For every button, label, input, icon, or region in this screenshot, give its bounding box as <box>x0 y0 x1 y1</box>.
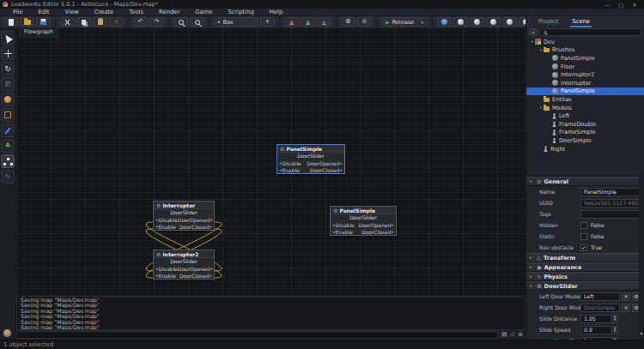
add-primitive-button[interactable]: + <box>260 17 275 27</box>
output-port-doorclosed[interactable]: DoorClosed▸ <box>361 229 394 235</box>
tree-item-right[interactable]: Right <box>526 145 644 153</box>
checkbox[interactable] <box>580 222 587 229</box>
render-mode-button-3[interactable] <box>470 17 484 27</box>
checkbox[interactable]: ✓ <box>580 244 587 251</box>
select-tool[interactable] <box>1 31 15 45</box>
output-port-doorclosed[interactable]: DoorClosed▸ <box>179 273 212 279</box>
open-button[interactable] <box>20 17 34 27</box>
input-port-disable[interactable]: ◂Disable <box>332 222 355 228</box>
vegetation-tool[interactable]: ♣ <box>1 139 15 153</box>
undo-button[interactable]: ↶ <box>133 17 148 27</box>
copy-button[interactable] <box>76 17 91 27</box>
output-port-doorclosed[interactable]: DoorClosed▸ <box>179 224 212 230</box>
flow-node-interruptor-1[interactable]: ⚙InterruptorDoorSlider◂DisableDoorOpened… <box>153 201 215 231</box>
zoom-in-button[interactable] <box>173 17 188 27</box>
search-input[interactable] <box>539 28 641 36</box>
number-field[interactable]: 2.0▲▼ <box>580 337 618 340</box>
menu-create[interactable]: Create <box>87 9 122 16</box>
flowgraph-tool[interactable] <box>1 154 15 168</box>
move-tool[interactable] <box>1 46 15 60</box>
flow-node-panelsimple-0[interactable]: ⚙PanelSimpleDoorSlider◂DisableDoorOpened… <box>276 144 345 174</box>
minimize-button[interactable]: — <box>600 0 614 9</box>
prop-value-field[interactable] <box>580 210 641 219</box>
tree-item-dev[interactable]: ▾Dev <box>526 38 644 46</box>
menu-file[interactable]: File <box>5 9 30 16</box>
clear-asset-button[interactable]: ✕ <box>622 304 630 312</box>
flow-node-panelsimple-3[interactable]: ⚙PanelSimpleDoorSlider◂DisableDoorOpened… <box>330 206 397 236</box>
output-port-dooropened[interactable]: DoorOpened▸ <box>359 222 394 228</box>
rotate-tool[interactable]: ↻ <box>1 62 15 75</box>
flowgraph-canvas[interactable]: Flowgraph ⚙PanelSimpleDoorSlider◂Disable… <box>16 27 526 296</box>
log-filter-icon[interactable]: ▤ <box>501 332 507 338</box>
new-button[interactable] <box>3 17 18 27</box>
tree-item-entitas[interactable]: Entitas <box>526 95 644 104</box>
tree-item-panelsimple[interactable]: PanelSimple <box>526 54 644 63</box>
menu-tools[interactable]: Tools <box>121 9 151 16</box>
number-spinner[interactable]: ▲▼ <box>611 316 617 322</box>
tab-flowgraph[interactable]: Flowgraph <box>19 27 58 38</box>
section-header-appearance[interactable]: ▸◉Appearance <box>526 262 644 272</box>
delete-button[interactable]: × <box>109 17 124 27</box>
console-input[interactable] <box>16 331 498 339</box>
build-settings-button[interactable]: ⚙ <box>357 17 372 27</box>
redo-button[interactable]: ↷ <box>149 17 164 27</box>
tree-item-brushes[interactable]: ▾Brushes <box>526 46 644 55</box>
input-port-disable[interactable]: ◂Disable <box>279 160 301 166</box>
close-button[interactable]: ✕ <box>628 0 641 9</box>
menu-render[interactable]: Render <box>151 9 187 16</box>
paint-tool[interactable] <box>1 123 15 137</box>
output-port-dooropened[interactable]: DoorOpened▸ <box>307 160 343 166</box>
menu-edit[interactable]: Edit <box>30 9 57 16</box>
output-port-dooropened[interactable]: DoorOpened▸ <box>178 266 213 272</box>
input-port-enable[interactable]: ◂Enable <box>332 229 353 235</box>
input-port-enable[interactable]: ◂Enable <box>279 167 300 173</box>
run-config-dropdown[interactable]: ▶ Release ▾ <box>381 17 428 27</box>
error-filter-icon[interactable]: ⊗ <box>518 332 523 338</box>
input-port-disable[interactable]: ◂Disable <box>155 266 178 272</box>
tree-item-framesimple[interactable]: FrameSimple <box>526 129 644 137</box>
prop-value-field[interactable]: 9e62e565-1127-483b-ab7b-a8992c290c <box>580 199 641 208</box>
primitive-dropdown[interactable]: ▸ Box <box>214 17 258 27</box>
number-field[interactable]: 1.05▲▼ <box>580 315 618 323</box>
menu-view[interactable]: View <box>58 9 87 16</box>
checkbox[interactable] <box>580 233 587 240</box>
grid-settings-button[interactable]: ⚙ <box>341 17 355 27</box>
section-header-doorslider[interactable]: ▾⚙DoorSlider <box>526 281 644 291</box>
render-mode-button-1[interactable] <box>437 17 452 27</box>
render-mode-button-2[interactable] <box>453 17 468 27</box>
tree-add-button[interactable]: + <box>529 28 538 36</box>
warning-filter-icon[interactable]: ⚠ <box>510 332 515 338</box>
input-port-enable[interactable]: ◂Enable <box>155 273 176 279</box>
asset-field[interactable]: Left <box>580 292 620 301</box>
tab-project[interactable]: Project <box>537 17 560 26</box>
input-port-enable[interactable]: ◂Enable <box>155 224 176 230</box>
brush-tool[interactable] <box>1 108 15 122</box>
inspector-scrollbar[interactable] <box>639 176 644 340</box>
output-port-doorclosed[interactable]: DoorClosed▸ <box>310 167 343 173</box>
input-port-disable[interactable]: ◂Disable <box>155 217 178 223</box>
scale-tool[interactable]: ◰ <box>1 77 15 91</box>
tree-item-models[interactable]: ▾Models <box>526 104 644 112</box>
terrain-tool[interactable] <box>1 93 15 106</box>
menu-scripting[interactable]: Scripting <box>220 9 261 16</box>
section-header-transform[interactable]: ▸△Transform <box>526 253 644 262</box>
tree-item-interruptor2[interactable]: Interruptor2 <box>526 70 644 79</box>
render-mode-button-5[interactable] <box>502 17 517 27</box>
snap-z-button[interactable]: ▲ <box>317 17 331 27</box>
paste-button[interactable] <box>93 17 107 27</box>
cut-button[interactable] <box>60 17 75 27</box>
tab-scene[interactable]: Scene <box>570 17 592 26</box>
menu-game[interactable]: Game <box>187 9 220 16</box>
spinner-up-icon[interactable]: ▲ <box>614 338 617 340</box>
menu-help[interactable]: Help <box>262 9 291 16</box>
scrollbar-down-arrow[interactable]: ▼ <box>639 332 644 336</box>
snap-y-button[interactable]: ▲ <box>301 17 315 27</box>
tree-item-panelsimple[interactable]: PanelSimple <box>526 87 644 96</box>
maximize-button[interactable]: ▢ <box>614 0 628 9</box>
tree-item-floor[interactable]: Floor <box>526 63 644 71</box>
prop-value-field[interactable]: PanelSimple <box>580 188 641 196</box>
number-spinner[interactable]: ▲▼ <box>611 327 617 334</box>
tree-item-framedouble[interactable]: FrameDouble <box>526 120 644 129</box>
user-avatar[interactable] <box>3 328 12 338</box>
zoom-out-button[interactable] <box>190 17 204 27</box>
